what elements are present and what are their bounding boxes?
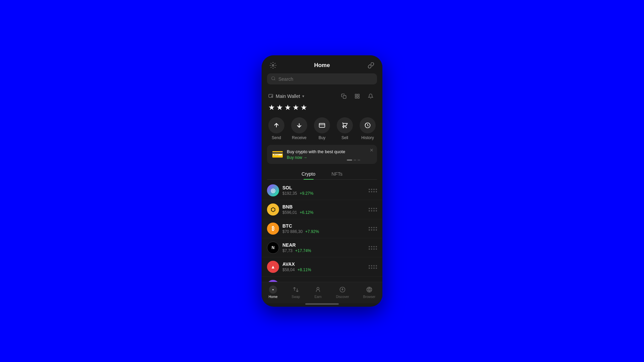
promo-banner: 💳 Buy crypto with the best quote Buy now…	[267, 145, 377, 164]
btc-menu[interactable]	[369, 227, 377, 231]
earn-icon	[314, 286, 322, 294]
list-item[interactable]: ▲ AVAX $58,04 +8.11%	[262, 257, 382, 277]
browser-nav-label: Browser	[363, 295, 375, 299]
tab-crypto[interactable]: Crypto	[293, 169, 323, 179]
svg-point-13	[346, 127, 346, 128]
sol-change: +9.27%	[300, 191, 313, 196]
btc-name: BTC	[282, 223, 369, 229]
bnb-name: BNB	[282, 204, 369, 209]
sell-icon-circle	[337, 117, 353, 133]
svg-point-18	[367, 287, 372, 292]
send-icon-circle	[268, 117, 284, 133]
svg-marker-17	[342, 289, 343, 290]
sol-logo: ◎	[267, 184, 279, 196]
home-indicator	[305, 303, 339, 305]
svg-rect-7	[358, 97, 359, 98]
avax-logo: ▲	[267, 261, 279, 273]
wallet-actions	[339, 91, 376, 101]
app-header: Home	[262, 55, 382, 73]
promo-title: Buy crypto with the best quote	[287, 149, 372, 154]
list-item[interactable]: M MATIC	[262, 277, 382, 282]
avax-menu[interactable]	[369, 265, 377, 269]
sell-label: Sell	[341, 135, 348, 140]
btc-price: $70 886,30	[282, 229, 303, 234]
list-item[interactable]: N NEAR $7,73 +17.74%	[262, 238, 382, 257]
avax-change: +8.11%	[298, 267, 311, 272]
svg-rect-3	[343, 96, 346, 99]
receive-label: Receive	[292, 135, 306, 140]
svg-rect-5	[358, 94, 359, 96]
nav-home[interactable]: Home	[269, 286, 278, 299]
crypto-list: ◎ SOL $192,35 +9.27% ⬡ BNB $596,01 +6.12…	[262, 180, 382, 282]
bnb-menu[interactable]	[369, 208, 377, 212]
avax-price: $58,04	[282, 267, 295, 272]
promo-icon: 💳	[272, 149, 283, 160]
history-button[interactable]: History	[360, 117, 376, 140]
sell-button[interactable]: Sell	[337, 117, 353, 140]
promo-dot-3	[358, 160, 360, 161]
nav-swap[interactable]: Swap	[291, 286, 300, 299]
near-menu[interactable]	[369, 246, 377, 250]
svg-point-16	[340, 287, 345, 292]
home-nav-label: Home	[269, 295, 278, 299]
svg-point-15	[317, 287, 319, 290]
avax-info: AVAX $58,04 +8.11%	[282, 261, 369, 272]
promo-dot-1	[347, 160, 352, 161]
svg-point-12	[343, 127, 344, 128]
promo-close-button[interactable]: ✕	[370, 147, 374, 153]
browser-icon	[365, 286, 373, 294]
scan-button[interactable]	[352, 91, 362, 101]
page-title: Home	[314, 62, 330, 69]
list-item[interactable]: ₿ BTC $70 886,30 +7.92%	[262, 219, 382, 238]
action-buttons: Send Receive Buy	[262, 112, 382, 143]
bell-button[interactable]	[366, 91, 376, 101]
send-label: Send	[272, 135, 281, 140]
avax-name: AVAX	[282, 261, 369, 267]
swap-icon	[292, 286, 300, 294]
nav-discover[interactable]: Discover	[336, 286, 349, 299]
near-name: NEAR	[282, 242, 369, 248]
bottom-navigation: Home Swap Earn	[262, 282, 382, 303]
receive-button[interactable]: Receive	[291, 117, 307, 140]
svg-rect-4	[355, 94, 357, 96]
bnb-info: BNB $596,01 +6.12%	[282, 204, 369, 215]
wallet-name-row[interactable]: Main Wallet ▾	[268, 93, 304, 100]
promo-link[interactable]: Buy now →	[287, 155, 372, 160]
nav-browser[interactable]: Browser	[363, 286, 375, 299]
near-logo: N	[267, 242, 279, 254]
search-bar[interactable]	[267, 73, 377, 84]
wallet-balance: ★★★★★	[268, 103, 376, 112]
swap-nav-label: Swap	[291, 295, 300, 299]
sol-price: $192,35	[282, 191, 297, 196]
home-icon	[269, 286, 277, 294]
nav-earn[interactable]: Earn	[314, 286, 322, 299]
svg-rect-10	[319, 123, 325, 127]
buy-button[interactable]: Buy	[314, 117, 330, 140]
receive-icon-circle	[291, 117, 307, 133]
sol-info: SOL $192,35 +9.27%	[282, 185, 369, 196]
svg-rect-6	[355, 97, 357, 98]
wallet-icon	[268, 93, 274, 100]
buy-icon-circle	[314, 117, 330, 133]
phone-app: Home	[262, 55, 382, 307]
search-input[interactable]	[278, 76, 373, 82]
btc-info: BTC $70 886,30 +7.92%	[282, 223, 369, 234]
sol-name: SOL	[282, 185, 369, 190]
near-info: NEAR $7,73 +17.74%	[282, 242, 369, 253]
asset-tabs: Crypto NFTs	[267, 169, 377, 180]
list-item[interactable]: ◎ SOL $192,35 +9.27%	[262, 181, 382, 200]
sol-menu[interactable]	[369, 189, 377, 192]
link-icon[interactable]	[366, 61, 376, 70]
wallet-section: Main Wallet ▾	[262, 88, 382, 112]
copy-button[interactable]	[339, 91, 349, 101]
settings-icon[interactable]	[268, 61, 278, 70]
history-label: History	[361, 135, 374, 140]
bnb-price: $596,01	[282, 210, 297, 215]
discover-icon	[338, 286, 346, 294]
list-item[interactable]: ⬡ BNB $596,01 +6.12%	[262, 200, 382, 219]
send-button[interactable]: Send	[268, 117, 284, 140]
promo-text-area: Buy crypto with the best quote Buy now →	[287, 149, 372, 160]
tab-nfts[interactable]: NFTs	[323, 169, 351, 179]
buy-label: Buy	[319, 135, 326, 140]
btc-change: +7.92%	[305, 229, 319, 234]
